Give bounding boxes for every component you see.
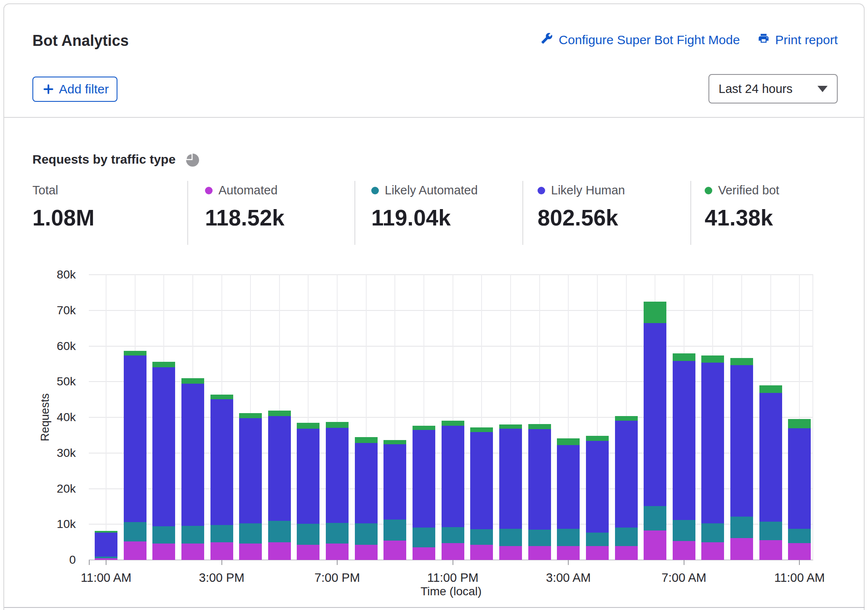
bar-segment-verified-bot[interactable]: [759, 385, 782, 393]
bar-segment-verified-bot[interactable]: [442, 421, 464, 426]
add-filter-button[interactable]: Add filter: [32, 77, 117, 102]
bar-segment-verified-bot[interactable]: [210, 395, 233, 399]
bar-segment-verified-bot[interactable]: [644, 302, 666, 323]
bar-segment-verified-bot[interactable]: [239, 413, 262, 418]
bar-segment-verified-bot[interactable]: [268, 411, 291, 416]
bar-segment-likely-human[interactable]: [442, 426, 464, 527]
bar-segment-automated[interactable]: [701, 542, 724, 560]
bar-segment-verified-bot[interactable]: [326, 422, 349, 428]
bar-segment-likely-automated[interactable]: [442, 527, 464, 543]
bar-segment-likely-human[interactable]: [615, 421, 638, 528]
bar-segment-likely-human[interactable]: [95, 533, 117, 557]
bar-segment-automated[interactable]: [152, 544, 175, 560]
bar-segment-automated[interactable]: [673, 541, 695, 560]
bar-segment-automated[interactable]: [730, 538, 753, 560]
bar-segment-verified-bot[interactable]: [673, 353, 695, 361]
bar-segment-likely-human[interactable]: [268, 416, 291, 520]
bar-segment-likely-automated[interactable]: [644, 506, 666, 530]
bar-segment-likely-human[interactable]: [557, 445, 580, 529]
bar-segment-automated[interactable]: [326, 544, 349, 560]
bar-segment-verified-bot[interactable]: [470, 427, 493, 432]
bar-segment-automated[interactable]: [759, 540, 782, 560]
bar-segment-automated[interactable]: [644, 530, 666, 560]
bar-segment-likely-automated[interactable]: [326, 523, 349, 544]
bar-segment-likely-automated[interactable]: [615, 528, 638, 546]
bar-segment-likely-automated[interactable]: [95, 557, 117, 558]
bar-segment-likely-automated[interactable]: [210, 525, 233, 543]
bar-segment-automated[interactable]: [355, 545, 378, 560]
bar-segment-verified-bot[interactable]: [181, 378, 204, 384]
bar-segment-verified-bot[interactable]: [730, 358, 753, 365]
bar-segment-automated[interactable]: [413, 547, 435, 560]
bar-segment-verified-bot[interactable]: [499, 424, 522, 429]
bar-segment-likely-automated[interactable]: [383, 520, 406, 541]
bar-segment-automated[interactable]: [586, 546, 609, 560]
bar-segment-likely-automated[interactable]: [759, 522, 782, 540]
bar-segment-likely-automated[interactable]: [181, 526, 204, 544]
bar-segment-likely-human[interactable]: [355, 443, 378, 523]
bar-segment-likely-human[interactable]: [413, 430, 435, 528]
bar-segment-automated[interactable]: [124, 541, 146, 560]
bar-segment-automated[interactable]: [383, 541, 406, 560]
bar-segment-likely-human[interactable]: [586, 441, 609, 533]
bar-segment-likely-human[interactable]: [499, 429, 522, 529]
bar-segment-verified-bot[interactable]: [355, 437, 378, 443]
bar-segment-likely-human[interactable]: [181, 384, 204, 525]
bar-segment-likely-automated[interactable]: [528, 530, 551, 546]
bar-segment-likely-automated[interactable]: [673, 520, 695, 541]
bar-segment-automated[interactable]: [557, 546, 580, 560]
bar-segment-automated[interactable]: [470, 545, 493, 560]
bar-segment-likely-automated[interactable]: [413, 528, 435, 547]
bar-segment-automated[interactable]: [297, 545, 320, 560]
bar-segment-likely-automated[interactable]: [297, 524, 320, 545]
bar-segment-automated[interactable]: [268, 542, 291, 560]
bar-segment-likely-human[interactable]: [759, 393, 782, 522]
bar-segment-verified-bot[interactable]: [788, 419, 811, 428]
bar-segment-likely-human[interactable]: [701, 363, 724, 523]
bar-segment-verified-bot[interactable]: [413, 426, 435, 430]
bar-segment-automated[interactable]: [788, 543, 811, 560]
bar-segment-likely-automated[interactable]: [268, 521, 291, 543]
bar-segment-verified-bot[interactable]: [95, 531, 117, 532]
bar-segment-automated[interactable]: [499, 546, 522, 560]
bar-segment-likely-automated[interactable]: [470, 529, 493, 545]
bar-segment-likely-automated[interactable]: [499, 529, 522, 546]
bar-segment-likely-human[interactable]: [528, 429, 551, 530]
bar-segment-verified-bot[interactable]: [383, 440, 406, 444]
bar-segment-likely-automated[interactable]: [730, 517, 753, 538]
bar-segment-verified-bot[interactable]: [615, 416, 638, 421]
bar-segment-likely-human[interactable]: [297, 429, 320, 523]
bar-segment-automated[interactable]: [181, 544, 204, 560]
bar-segment-likely-human[interactable]: [470, 432, 493, 529]
bar-segment-likely-human[interactable]: [673, 361, 695, 520]
bar-segment-likely-human[interactable]: [326, 428, 349, 523]
bar-segment-likely-automated[interactable]: [355, 523, 378, 545]
bar-segment-automated[interactable]: [442, 543, 464, 560]
bar-segment-likely-automated[interactable]: [152, 526, 175, 544]
bar-segment-likely-automated[interactable]: [239, 523, 262, 544]
bar-segment-verified-bot[interactable]: [701, 355, 724, 363]
bar-segment-likely-automated[interactable]: [586, 533, 609, 546]
bar-segment-likely-human[interactable]: [644, 323, 666, 506]
bar-segment-likely-human[interactable]: [239, 418, 262, 523]
print-report-link[interactable]: Print report: [758, 32, 838, 47]
bar-segment-likely-automated[interactable]: [557, 529, 580, 546]
bar-segment-likely-human[interactable]: [788, 428, 811, 529]
bar-segment-likely-automated[interactable]: [124, 522, 146, 541]
bar-segment-automated[interactable]: [528, 546, 551, 560]
bar-segment-likely-automated[interactable]: [788, 529, 811, 543]
bar-segment-likely-human[interactable]: [124, 355, 146, 522]
bar-segment-verified-bot[interactable]: [557, 438, 580, 445]
bar-segment-automated[interactable]: [210, 542, 233, 560]
bar-segment-likely-human[interactable]: [210, 399, 233, 525]
time-range-dropdown[interactable]: Last 24 hours: [708, 74, 838, 103]
bar-segment-automated[interactable]: [239, 544, 262, 560]
bar-segment-verified-bot[interactable]: [297, 423, 320, 429]
bar-segment-verified-bot[interactable]: [528, 424, 551, 429]
bar-segment-likely-human[interactable]: [730, 365, 753, 517]
bar-segment-likely-human[interactable]: [383, 444, 406, 520]
bar-segment-likely-automated[interactable]: [701, 523, 724, 542]
bar-segment-verified-bot[interactable]: [124, 351, 146, 355]
bar-segment-verified-bot[interactable]: [152, 362, 175, 367]
bar-segment-automated[interactable]: [615, 546, 638, 560]
